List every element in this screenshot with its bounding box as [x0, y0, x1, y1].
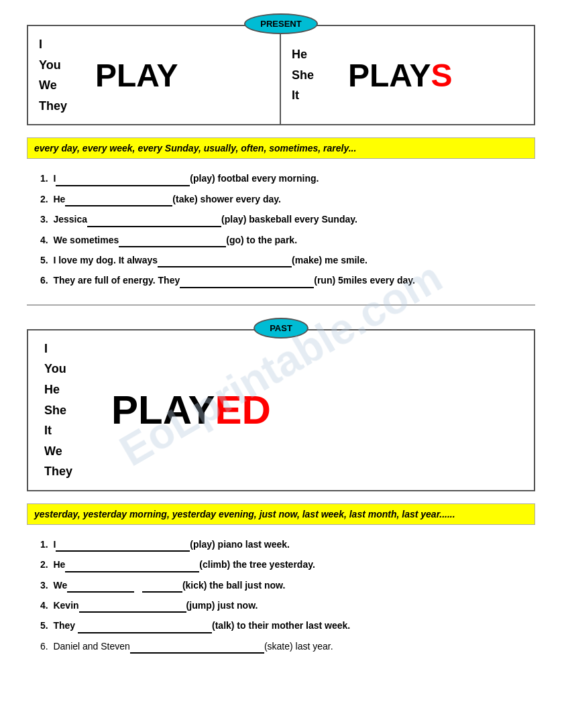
past-conjugation-box: IYouHeSheItWeThey PLAYED	[27, 329, 535, 491]
past-blank-2[interactable]	[65, 560, 199, 572]
past-blank-5[interactable]	[78, 621, 212, 633]
present-right-section: HeSheIt PLAYS	[281, 26, 534, 124]
past-exercise-list: 1. I(play) piano last week. 2. He(climb)…	[27, 537, 535, 654]
past-ex-2: 2. He(climb) the tree yesterday.	[40, 557, 535, 572]
past-oval-label: PAST	[254, 318, 308, 339]
present-ex-6: 6. They are full of energy. They(run) 5m…	[40, 273, 535, 288]
past-time-bar: yesterday, yesterday morning, yesterday …	[27, 503, 535, 525]
present-right-pronouns: HeSheIt	[292, 44, 332, 106]
present-blank-6[interactable]	[180, 276, 314, 288]
past-verb: PLAYED	[111, 387, 271, 433]
past-ex-6: 6. Daniel and Steven(skate) last year.	[40, 639, 535, 654]
present-right-verb-suffix: S	[431, 58, 453, 93]
past-verb-suffix: ED	[215, 387, 271, 432]
past-blank-1[interactable]	[56, 540, 190, 552]
past-ex-5: 5. They (talk) to their mother last week…	[40, 618, 535, 633]
present-exercise-list: 1. I(play) footbal every morning. 2. He(…	[27, 171, 535, 288]
past-ex-4: 4. Kevin(jump) just now.	[40, 598, 535, 613]
past-ex-3: 3. We (kick) the ball just now.	[40, 578, 535, 593]
present-ex-1: 1. I(play) footbal every morning.	[40, 171, 535, 186]
present-left-verb: PLAY	[95, 57, 178, 94]
section-divider	[27, 304, 535, 306]
present-conjugation-box: IYouWeThey PLAY HeSheIt PLAYS	[27, 25, 535, 125]
present-blank-4[interactable]	[119, 235, 226, 247]
past-ex-1: 1. I(play) piano last week.	[40, 537, 535, 552]
present-left-pronouns: IYouWeThey	[39, 34, 79, 116]
present-blank-5[interactable]	[158, 255, 292, 267]
past-blank-6[interactable]	[130, 642, 264, 654]
present-ex-2: 2. He(take) shower every day.	[40, 192, 535, 206]
past-blank-3[interactable]	[67, 581, 134, 593]
present-ex-4: 4. We sometimes(go) to the park.	[40, 233, 535, 247]
present-blank-2[interactable]	[65, 194, 172, 206]
present-ex-3: 3. Jessica(play) baskeball every Sunday.	[40, 212, 535, 227]
present-right-verb: PLAYS	[348, 57, 453, 94]
present-header-wrap: PRESENT	[27, 13, 535, 34]
present-blank-1[interactable]	[56, 174, 190, 186]
present-time-bar: every day, every week, every Sunday, usu…	[27, 137, 535, 159]
past-blank-3b[interactable]	[142, 581, 182, 593]
present-oval-label: PRESENT	[244, 13, 317, 34]
past-header-wrap: PAST	[27, 318, 535, 339]
present-blank-3[interactable]	[87, 215, 221, 227]
present-right-verb-base: PLAY	[348, 58, 431, 93]
present-left-section: IYouWeThey PLAY	[28, 26, 281, 124]
past-blank-4[interactable]	[79, 601, 186, 613]
past-verb-base: PLAY	[111, 387, 215, 432]
present-ex-5: 5. I love my dog. It always(make) me smi…	[40, 253, 535, 267]
past-pronouns: IYouHeSheItWeThey	[44, 339, 85, 482]
